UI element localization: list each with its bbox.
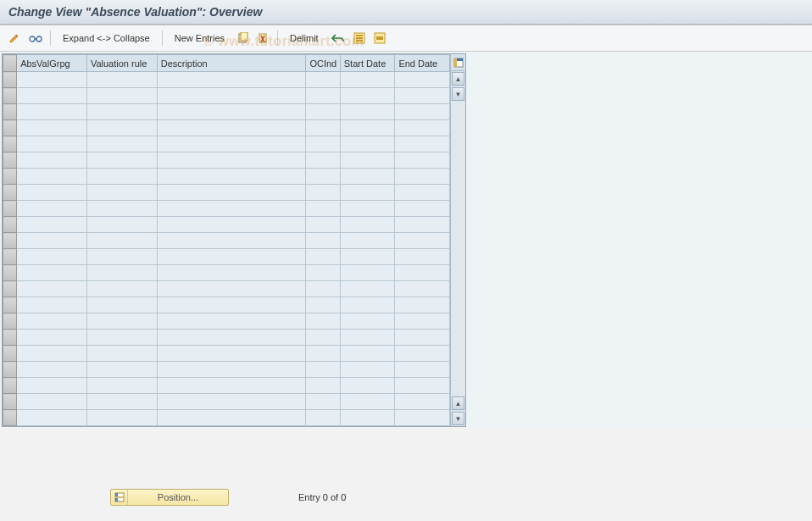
cell[interactable] [340,249,395,265]
cell[interactable] [17,104,87,120]
cell[interactable] [86,346,157,362]
cell[interactable] [395,169,450,185]
cell[interactable] [340,346,395,362]
cell[interactable] [306,88,340,104]
cell[interactable] [17,169,87,185]
scroll-up-step-button[interactable]: ▼ [452,87,464,101]
scroll-down-step-button[interactable]: ▲ [452,396,464,410]
table-row[interactable] [3,88,450,104]
row-selector[interactable] [3,297,17,313]
table-row[interactable] [3,281,450,297]
table-row[interactable] [3,136,450,152]
cell[interactable] [17,217,87,233]
cell[interactable] [306,72,340,88]
row-selector[interactable] [3,217,17,233]
cell[interactable] [395,249,450,265]
position-button[interactable]: Position... [110,489,229,506]
row-selector[interactable] [3,378,17,394]
cell[interactable] [157,330,306,346]
cell[interactable] [157,88,306,104]
row-selector[interactable] [3,104,17,120]
cell[interactable] [306,313,340,330]
cell[interactable] [306,233,340,249]
cell[interactable] [340,120,395,136]
row-selector[interactable] [3,249,17,265]
cell[interactable] [157,346,306,362]
row-selector[interactable] [3,410,17,426]
row-selector[interactable] [3,265,17,281]
cell[interactable] [340,297,395,313]
vertical-scrollbar[interactable]: ▲ ▼ ▲ ▼ [450,54,465,426]
table-row[interactable] [3,313,450,330]
row-selector[interactable] [3,362,17,378]
select-block-button[interactable] [370,29,389,47]
cell[interactable] [86,297,157,313]
row-selector[interactable] [3,72,17,88]
cell[interactable] [17,362,87,378]
cell[interactable] [86,410,157,426]
cell[interactable] [306,104,340,120]
scroll-track[interactable] [451,102,465,396]
row-selector[interactable] [3,346,17,362]
cell[interactable] [306,362,340,378]
table-row[interactable] [3,297,450,313]
row-selector[interactable] [3,201,17,217]
cell[interactable] [340,281,395,297]
table-row[interactable] [3,152,450,169]
cell[interactable] [86,201,157,217]
cell[interactable] [340,313,395,330]
row-selector[interactable] [3,281,17,297]
cell[interactable] [306,185,340,201]
cell[interactable] [340,217,395,233]
cell[interactable] [17,88,87,104]
row-selector[interactable] [3,136,17,152]
cell[interactable] [306,169,340,185]
row-selector-header[interactable] [3,55,17,72]
col-header-ocind[interactable]: OCInd [306,55,340,72]
cell[interactable] [86,72,157,88]
cell[interactable] [86,233,157,249]
cell[interactable] [340,185,395,201]
cell[interactable] [86,152,157,169]
cell[interactable] [306,378,340,394]
table-row[interactable] [3,169,450,185]
cell[interactable] [86,120,157,136]
row-selector[interactable] [3,152,17,169]
cell[interactable] [340,233,395,249]
table-row[interactable] [3,346,450,362]
cell[interactable] [395,378,450,394]
cell[interactable] [17,201,87,217]
cell[interactable] [395,152,450,169]
cell[interactable] [17,410,87,426]
table-row[interactable] [3,185,450,201]
cell[interactable] [17,330,87,346]
cell[interactable] [395,104,450,120]
cell[interactable] [157,249,306,265]
cell[interactable] [395,362,450,378]
cell[interactable] [306,201,340,217]
table-row[interactable] [3,104,450,120]
cell[interactable] [306,281,340,297]
table-row[interactable] [3,330,450,346]
cell[interactable] [395,265,450,281]
cell[interactable] [17,313,87,330]
cell[interactable] [86,169,157,185]
cell[interactable] [306,346,340,362]
cell[interactable] [86,265,157,281]
cell[interactable] [157,313,306,330]
cell[interactable] [86,362,157,378]
cell[interactable] [395,410,450,426]
cell[interactable] [395,201,450,217]
cell[interactable] [17,185,87,201]
table-row[interactable] [3,265,450,281]
cell[interactable] [395,88,450,104]
table-row[interactable] [3,233,450,249]
cell[interactable] [306,410,340,426]
cell[interactable] [17,297,87,313]
row-selector[interactable] [3,120,17,136]
copy-button[interactable] [234,29,253,47]
cell[interactable] [157,152,306,169]
cell[interactable] [340,152,395,169]
cell[interactable] [86,249,157,265]
expand-collapse-button[interactable]: Expand <-> Collapse [55,29,158,47]
